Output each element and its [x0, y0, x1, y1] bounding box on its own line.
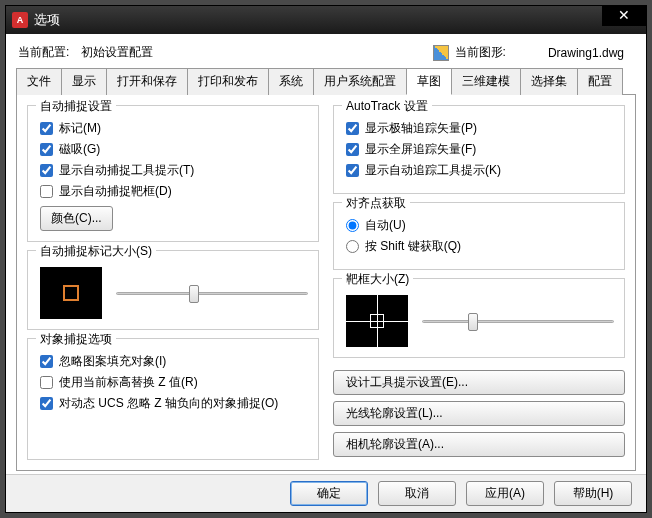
osnap-group: 对象捕捉选项 忽略图案填充对象(I) 使用当前标高替换 Z 值(R) 对动态 U…	[27, 338, 319, 460]
tab-8[interactable]: 选择集	[520, 68, 578, 95]
light-glyph-button[interactable]: 光线轮廓设置(L)...	[333, 401, 625, 426]
tab-body: 自动捕捉设置 标记(M) 磁吸(G) 显示自动捕捉工具提示(T) 显示自动捕捉靶…	[16, 95, 636, 471]
negz-checkbox[interactable]: 对动态 UCS 忽略 Z 轴负向的对象捕捉(O)	[40, 395, 308, 412]
tab-3[interactable]: 打印和发布	[187, 68, 269, 95]
tab-5[interactable]: 用户系统配置	[313, 68, 407, 95]
profile-label: 当前配置:	[18, 44, 69, 61]
aperture-size-slider[interactable]	[422, 311, 614, 331]
marker-size-group: 自动捕捉标记大小(S)	[27, 250, 319, 330]
camera-glyph-button[interactable]: 相机轮廓设置(A)...	[333, 432, 625, 457]
tab-9[interactable]: 配置	[577, 68, 623, 95]
marker-preview	[40, 267, 102, 319]
titlebar-text: 选项	[34, 11, 60, 29]
marker-checkbox[interactable]: 标记(M)	[40, 120, 308, 137]
design-tooltip-button[interactable]: 设计工具提示设置(E)...	[333, 370, 625, 395]
auto-radio[interactable]: 自动(U)	[346, 217, 614, 234]
marker-size-slider[interactable]	[116, 283, 308, 303]
tab-6[interactable]: 草图	[406, 68, 452, 95]
align-title: 对齐点获取	[342, 195, 410, 212]
aperture-size-title: 靶框大小(Z)	[342, 271, 413, 288]
tab-4[interactable]: 系统	[268, 68, 314, 95]
tab-7[interactable]: 三维建模	[451, 68, 521, 95]
full-checkbox[interactable]: 显示全屏追踪矢量(F)	[346, 141, 614, 158]
close-button[interactable]: ✕	[602, 6, 646, 26]
drawing-label: 当前图形:	[455, 44, 506, 61]
autotrack-group: AutoTrack 设置 显示极轴追踪矢量(P) 显示全屏追踪矢量(F) 显示自…	[333, 105, 625, 194]
shift-radio[interactable]: 按 Shift 键获取(Q)	[346, 238, 614, 255]
autosnap-title: 自动捕捉设置	[36, 98, 116, 115]
tab-0[interactable]: 文件	[16, 68, 62, 95]
drawing-value: Drawing1.dwg	[548, 46, 624, 60]
options-dialog: A 选项 ✕ 当前配置: 初始设置配置 当前图形: Drawing1.dwg 文…	[5, 5, 647, 513]
elev-checkbox[interactable]: 使用当前标高替换 Z 值(R)	[40, 374, 308, 391]
align-group: 对齐点获取 自动(U) 按 Shift 键获取(Q)	[333, 202, 625, 270]
aperture-checkbox[interactable]: 显示自动捕捉靶框(D)	[40, 183, 308, 200]
autotrack-title: AutoTrack 设置	[342, 98, 432, 115]
dialog-footer: 确定 取消 应用(A) 帮助(H)	[6, 474, 646, 512]
aperture-preview	[346, 295, 408, 347]
tooltip-checkbox[interactable]: 显示自动捕捉工具提示(T)	[40, 162, 308, 179]
colors-button[interactable]: 颜色(C)...	[40, 206, 113, 231]
tracktip-checkbox[interactable]: 显示自动追踪工具提示(K)	[346, 162, 614, 179]
button-stack: 设计工具提示设置(E)... 光线轮廓设置(L)... 相机轮廓设置(A)...	[333, 370, 625, 463]
magnet-checkbox[interactable]: 磁吸(G)	[40, 141, 308, 158]
drawing-icon	[433, 45, 449, 61]
apply-button[interactable]: 应用(A)	[466, 481, 544, 506]
ok-button[interactable]: 确定	[290, 481, 368, 506]
help-button[interactable]: 帮助(H)	[554, 481, 632, 506]
tab-2[interactable]: 打开和保存	[106, 68, 188, 95]
autosnap-group: 自动捕捉设置 标记(M) 磁吸(G) 显示自动捕捉工具提示(T) 显示自动捕捉靶…	[27, 105, 319, 242]
hatch-checkbox[interactable]: 忽略图案填充对象(I)	[40, 353, 308, 370]
polar-checkbox[interactable]: 显示极轴追踪矢量(P)	[346, 120, 614, 137]
profile-value: 初始设置配置	[81, 44, 153, 61]
header-row: 当前配置: 初始设置配置 当前图形: Drawing1.dwg	[16, 40, 636, 67]
marker-size-title: 自动捕捉标记大小(S)	[36, 243, 156, 260]
cancel-button[interactable]: 取消	[378, 481, 456, 506]
tab-1[interactable]: 显示	[61, 68, 107, 95]
osnap-title: 对象捕捉选项	[36, 331, 116, 348]
tab-strip: 文件显示打开和保存打印和发布系统用户系统配置草图三维建模选择集配置	[16, 67, 636, 95]
app-icon: A	[12, 12, 28, 28]
titlebar[interactable]: A 选项 ✕	[6, 6, 646, 34]
aperture-size-group: 靶框大小(Z)	[333, 278, 625, 358]
